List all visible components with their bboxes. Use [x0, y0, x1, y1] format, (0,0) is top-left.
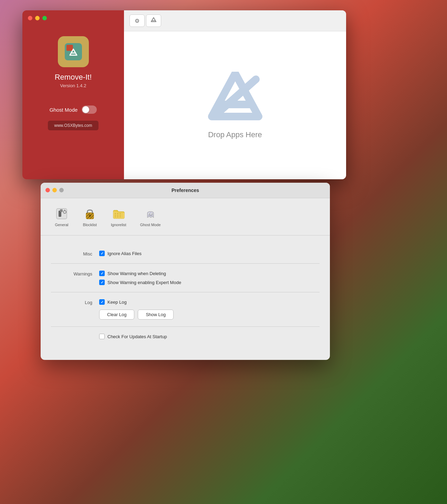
- main-window: Remove-It! Version 1.4.2 Ghost Mode www.…: [22, 10, 346, 179]
- tab-ignorelist[interactable]: Ignorelist: [104, 204, 133, 230]
- window-controls: [28, 16, 47, 20]
- app-icon-svg: [65, 43, 82, 60]
- ignorelist-icon: [111, 206, 126, 221]
- sidebar: Remove-It! Version 1.4.2 Ghost Mode www.…: [22, 10, 124, 179]
- updates-content: Check For Updates At Startup: [99, 334, 167, 339]
- main-content: ⚙ Drop Apps Here: [124, 10, 346, 179]
- keep-log-checkbox[interactable]: [99, 299, 105, 305]
- ignore-alias-row: Ignore Alias Files: [99, 251, 142, 256]
- drop-area[interactable]: Drop Apps Here: [124, 31, 346, 179]
- log-label: Log: [51, 299, 92, 305]
- svg-rect-1: [66, 45, 73, 51]
- warn-delete-row: Show Warning when Deleting: [99, 271, 181, 276]
- updates-section: Check For Updates At Startup: [51, 327, 320, 346]
- updates-label: [51, 334, 92, 334]
- ignore-alias-checkbox[interactable]: [99, 251, 105, 256]
- check-updates-label: Check For Updates At Startup: [107, 334, 167, 339]
- keep-log-row: Keep Log: [99, 299, 174, 305]
- ghostmode-tab-label: Ghost Mode: [140, 223, 161, 227]
- svg-point-22: [152, 213, 152, 214]
- ghostmode-icon: [143, 206, 158, 221]
- blocklist-icon: [83, 206, 97, 221]
- warnings-section: Warnings Show Warning when Deleting Show…: [51, 264, 320, 292]
- show-log-button[interactable]: Show Log: [138, 310, 174, 320]
- appstore-toolbar-button[interactable]: [146, 14, 161, 27]
- main-toolbar: ⚙: [124, 10, 346, 31]
- warn-expert-label: Show Warning enabling Expert Mode: [107, 280, 181, 285]
- general-icon: [54, 206, 69, 221]
- misc-label: Misc: [51, 251, 92, 256]
- check-updates-checkbox[interactable]: [99, 334, 105, 339]
- settings-toolbar-button[interactable]: ⚙: [129, 14, 145, 27]
- prefs-title: Preferences: [171, 188, 199, 193]
- clear-log-button[interactable]: Clear Log: [99, 310, 134, 320]
- app-name: Remove-It!: [55, 73, 92, 82]
- prefs-tabs: General Block: [41, 198, 330, 235]
- warn-expert-checkbox[interactable]: [99, 280, 105, 285]
- blocklist-tab-label: Blocklist: [83, 223, 97, 227]
- drop-text: Drop Apps Here: [208, 130, 262, 139]
- ignorelist-tab-label: Ignorelist: [111, 223, 126, 227]
- check-updates-row: Check For Updates At Startup: [99, 334, 167, 339]
- tab-ghostmode[interactable]: Ghost Mode: [133, 204, 168, 230]
- ghost-mode-toggle[interactable]: [82, 105, 97, 114]
- svg-point-21: [149, 213, 149, 214]
- prefs-titlebar: Preferences: [41, 183, 330, 198]
- prefs-minimize-button[interactable]: [52, 188, 57, 192]
- ignore-alias-label: Ignore Alias Files: [107, 251, 142, 256]
- prefs-close-button[interactable]: [45, 188, 50, 192]
- prefs-window-controls: [45, 188, 64, 192]
- log-section: Log Keep Log Clear Log Show Log: [51, 292, 320, 327]
- keep-log-label: Keep Log: [107, 300, 127, 305]
- ghost-mode-row: Ghost Mode: [50, 105, 97, 114]
- ghost-mode-label: Ghost Mode: [50, 107, 78, 113]
- minimize-button[interactable]: [35, 16, 40, 20]
- warnings-label: Warnings: [51, 271, 92, 276]
- tab-blocklist[interactable]: Blocklist: [76, 204, 104, 230]
- svg-rect-14: [86, 213, 94, 219]
- app-version: Version 1.4.2: [60, 83, 86, 88]
- log-buttons: Clear Log Show Log: [99, 310, 174, 320]
- drop-appstore-icon: [208, 72, 263, 123]
- warn-expert-row: Show Warning enabling Expert Mode: [99, 280, 181, 285]
- appstore-icon: [150, 17, 157, 24]
- website-link[interactable]: www.OSXBytes.com: [48, 121, 98, 130]
- prefs-body: Misc Ignore Alias Files Warnings Show Wa…: [41, 235, 330, 360]
- warn-delete-label: Show Warning when Deleting: [107, 271, 166, 276]
- prefs-window: Preferences General: [41, 183, 330, 360]
- warn-delete-checkbox[interactable]: [99, 271, 105, 276]
- prefs-maximize-button: [59, 188, 64, 192]
- log-content: Keep Log Clear Log Show Log: [99, 299, 174, 320]
- maximize-button[interactable]: [42, 16, 47, 20]
- misc-section: Misc Ignore Alias Files: [51, 244, 320, 264]
- svg-rect-8: [60, 209, 63, 212]
- misc-content: Ignore Alias Files: [99, 251, 142, 256]
- app-icon: [58, 36, 89, 67]
- warnings-content: Show Warning when Deleting Show Warning …: [99, 271, 181, 285]
- general-tab-label: General: [55, 223, 68, 227]
- tab-general[interactable]: General: [48, 204, 76, 230]
- close-button[interactable]: [28, 16, 32, 20]
